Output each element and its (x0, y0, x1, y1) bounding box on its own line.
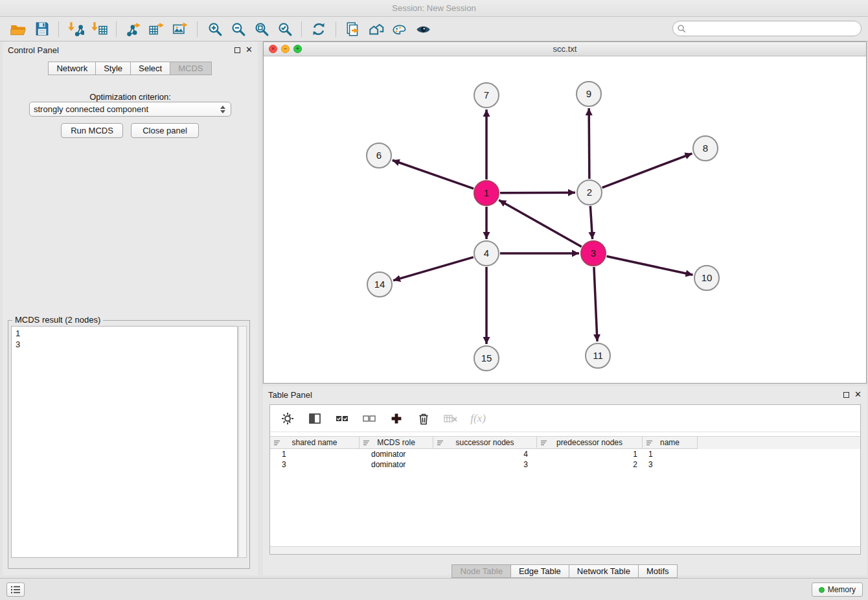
task-history-button[interactable] (6, 583, 25, 597)
open-session-button[interactable] (6, 19, 30, 40)
criterion-select[interactable]: strongly connected component (29, 102, 231, 117)
show-columns-button[interactable] (306, 410, 323, 427)
table-cell[interactable]: 3 (270, 459, 360, 470)
apply-style-button[interactable] (388, 19, 411, 40)
table-cell[interactable]: 1 (270, 449, 360, 459)
save-session-button[interactable] (30, 19, 53, 40)
float-panel-button[interactable] (234, 47, 240, 53)
graph-edge-3-1[interactable] (499, 200, 582, 247)
delete-table-button[interactable] (442, 410, 459, 427)
zoom-fit-button[interactable] (249, 19, 273, 40)
function-builder-button[interactable]: f(x) (470, 410, 486, 427)
refresh-layout-button[interactable] (307, 19, 330, 40)
table-settings-button[interactable] (279, 410, 296, 427)
save-icon (34, 21, 50, 37)
graph-node-label: 6 (376, 150, 382, 161)
tab-mcds[interactable]: MCDS (170, 62, 211, 75)
table-row[interactable]: 1dominator411 (270, 449, 860, 459)
network-overview-button[interactable] (365, 19, 388, 40)
tab-edge-table[interactable]: Edge Table (510, 564, 569, 578)
add-column-button[interactable] (388, 410, 405, 427)
graph-edge-2-8[interactable] (602, 154, 692, 188)
graph-edge-1-6[interactable] (393, 160, 474, 189)
graph-node-10[interactable]: 10 (694, 266, 719, 290)
control-panel: Control Panel ✕ NetworkStyleSelectMCDS O… (3, 41, 258, 575)
graph-node-label: 7 (484, 89, 489, 100)
graph-edge-2-3[interactable] (590, 206, 592, 239)
show-hide-button[interactable] (411, 19, 435, 40)
table-panel-tabs: Node TableEdge TableNetwork TableMotifs (263, 564, 867, 578)
memory-status-icon (819, 587, 825, 593)
delete-column-button[interactable] (415, 410, 432, 427)
table-cell[interactable]: 3 (433, 459, 537, 470)
vertical-splitter[interactable] (258, 41, 263, 575)
tab-node-table[interactable]: Node Table (451, 564, 511, 578)
graph-edge-2-9[interactable] (589, 108, 589, 179)
zoom-in-button[interactable] (203, 19, 226, 40)
graph-node-1[interactable]: 1 (474, 181, 499, 205)
zoom-selected-button[interactable] (273, 19, 296, 40)
graph-node-label: 10 (702, 272, 713, 283)
mcds-result-list[interactable]: 13 (11, 326, 238, 558)
graph-edge-4-14[interactable] (393, 257, 474, 281)
tab-network[interactable]: Network (48, 62, 96, 75)
import-table-button[interactable] (87, 19, 111, 40)
select-all-button[interactable] (334, 410, 350, 427)
graph-node-9[interactable]: 9 (577, 82, 601, 106)
table-cell[interactable]: dominator (360, 459, 433, 470)
close-mcds-panel-button[interactable]: Close panel (131, 123, 199, 138)
graph-edge-3-11[interactable] (594, 267, 597, 341)
graph-node-8[interactable]: 8 (693, 136, 718, 161)
table-cell[interactable]: 2 (537, 459, 643, 470)
graph-node-3[interactable]: 3 (581, 241, 606, 266)
close-table-panel-button[interactable]: ✕ (854, 391, 862, 398)
column-header-predecessor-nodes[interactable]: predecessor nodes (537, 437, 643, 449)
network-canvas[interactable]: 7968124314101511 (264, 56, 866, 383)
close-panel-button[interactable]: ✕ (246, 47, 253, 53)
column-header-shared-name[interactable]: shared name (270, 437, 360, 449)
export-network-button[interactable] (122, 19, 145, 40)
tab-select[interactable]: Select (130, 62, 170, 75)
graph-node-14[interactable]: 14 (367, 272, 392, 297)
select-stepper-icon (220, 106, 227, 113)
zoom-fit-icon (253, 21, 269, 37)
zoom-out-button[interactable] (226, 19, 249, 40)
app-titlebar: Session: New Session (0, 0, 868, 17)
table-cell[interactable]: 1 (643, 449, 698, 459)
table-horizontal-scrollbar[interactable] (270, 546, 860, 554)
run-mcds-button[interactable]: Run MCDS (61, 123, 123, 138)
search-input[interactable] (687, 23, 861, 34)
export-table-button[interactable] (145, 19, 168, 40)
graph-node-15[interactable]: 15 (474, 346, 499, 371)
column-header-mcds-role[interactable]: MCDS role (360, 437, 433, 449)
memory-button[interactable]: Memory (812, 583, 863, 597)
graph-node-4[interactable]: 4 (474, 241, 499, 266)
table-cell[interactable]: 3 (643, 459, 698, 470)
graph-node-11[interactable]: 11 (586, 343, 610, 368)
import-table-icon (91, 21, 108, 38)
import-network-button[interactable] (64, 19, 87, 40)
float-table-panel-button[interactable] (843, 392, 849, 398)
export-image-button[interactable] (168, 19, 192, 40)
copy-network-button[interactable] (341, 19, 365, 40)
table-cell[interactable]: dominator (360, 449, 433, 459)
column-header-label: name (660, 438, 680, 447)
column-header-successor-nodes[interactable]: successor nodes (433, 437, 537, 449)
result-scrollbar[interactable] (238, 326, 247, 558)
graph-edge-1-2[interactable] (500, 192, 575, 193)
graph-edge-3-10[interactable] (607, 256, 693, 275)
table-cell[interactable]: 4 (433, 449, 537, 459)
search-box (672, 21, 862, 36)
tab-motifs[interactable]: Motifs (638, 564, 678, 578)
tab-style[interactable]: Style (95, 62, 131, 75)
zoom-selected-icon (277, 21, 293, 37)
table-cell[interactable]: 1 (537, 449, 643, 459)
graph-node-7[interactable]: 7 (474, 83, 499, 108)
table-row[interactable]: 3dominator323 (270, 459, 860, 470)
deselect-all-button[interactable] (361, 410, 378, 427)
graph-node-2[interactable]: 2 (577, 180, 602, 205)
tab-network-table[interactable]: Network Table (569, 564, 639, 578)
search-icon (677, 24, 687, 34)
column-header-name[interactable]: name (643, 437, 698, 449)
graph-node-6[interactable]: 6 (367, 143, 391, 168)
